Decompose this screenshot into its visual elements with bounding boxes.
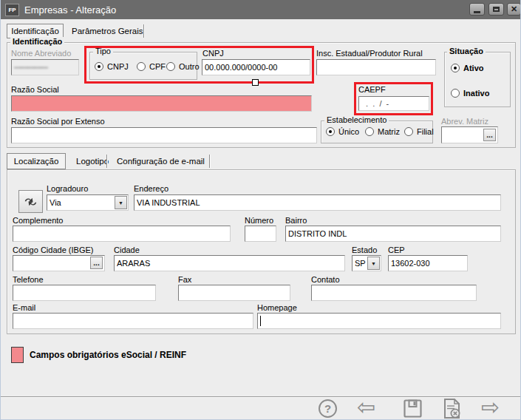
caepf-label: CAEPF xyxy=(358,85,386,94)
cep-label: CEP xyxy=(388,245,405,254)
fax-label: Fax xyxy=(178,275,191,284)
telefone-field[interactable] xyxy=(13,285,156,301)
bairro-field[interactable] xyxy=(285,226,501,242)
numero-label: Número xyxy=(245,216,273,225)
minimize-icon xyxy=(474,11,480,13)
razao-social-label: Razão Social xyxy=(11,85,59,94)
razao-social-field[interactable] xyxy=(11,95,312,112)
cep-field[interactable] xyxy=(388,255,468,271)
cep-lookup-button[interactable] xyxy=(18,190,43,213)
annotation-handle xyxy=(252,79,259,86)
tab-parametros-gerais[interactable]: Parâmetros Gerais xyxy=(72,24,143,38)
codigo-cidade-browse-button[interactable]: ... xyxy=(90,257,103,269)
cancel-record-button[interactable] xyxy=(443,398,461,419)
caepf-field[interactable]: . . / - xyxy=(358,96,429,111)
radio-label: CPF xyxy=(149,62,166,71)
legend-text: Campos obrigatórios eSocial / REINF xyxy=(30,350,186,360)
toolbar-separator xyxy=(1,396,521,397)
identificacao-group-title: Identificação xyxy=(10,37,64,46)
window-title: Empresas - Alteração xyxy=(24,4,116,16)
radio-label: Matriz xyxy=(378,127,400,136)
homepage-label: Homepage xyxy=(257,303,297,312)
numero-field[interactable] xyxy=(245,226,276,242)
estabelecimento-group-title: Estabelecimento xyxy=(324,115,389,124)
arrow-right-icon: ⇨ xyxy=(481,396,500,419)
radio-selected-icon xyxy=(95,62,103,71)
empresas-window: FP Empresas - Alteração ✕ Identificação … xyxy=(0,0,521,420)
complemento-label: Complemento xyxy=(13,216,63,225)
estado-dropdown-button[interactable]: ▼ xyxy=(367,257,380,270)
situacao-groupbox xyxy=(444,52,511,107)
estado-label: Estado xyxy=(352,245,377,254)
situacao-group-title: Situação xyxy=(447,47,486,55)
radio-tipo-outro[interactable]: Outro xyxy=(166,62,200,71)
abrev-matriz-browse-button[interactable]: ... xyxy=(483,129,496,141)
swap-arrows-icon xyxy=(24,195,38,209)
insc-estadual-label: Insc. Estadual/Produtor Rural xyxy=(316,49,423,58)
nome-abreviado-field[interactable]: ————— xyxy=(11,59,79,75)
razao-extenso-label: Razão Social por Extenso xyxy=(11,117,105,126)
cnpj-field[interactable] xyxy=(202,59,310,75)
cnpj-label: CNPJ xyxy=(202,49,224,58)
telefone-label: Telefone xyxy=(13,275,44,284)
save-button[interactable] xyxy=(403,399,423,419)
radio-tipo-cpf[interactable]: CPF xyxy=(137,62,166,71)
maximize-icon xyxy=(493,7,500,12)
codigo-cidade-label: Código Cidade (IBGE) xyxy=(13,245,93,254)
complemento-field[interactable] xyxy=(13,226,231,242)
subtab-config-email[interactable]: Configuração de e-mail xyxy=(117,155,205,168)
tab-identificacao[interactable]: Identificação xyxy=(7,24,64,38)
radio-icon xyxy=(166,62,175,71)
radio-situacao-ativo[interactable]: Ativo xyxy=(451,64,484,72)
razao-extenso-field[interactable] xyxy=(11,127,317,143)
radio-situacao-inativo[interactable]: Inativo xyxy=(451,89,489,98)
previous-record-button[interactable]: ⇦ xyxy=(357,396,375,419)
tipo-group-title: Tipo xyxy=(93,47,113,55)
email-field[interactable] xyxy=(13,313,253,329)
nome-abreviado-label: Nome Abreviado xyxy=(11,49,71,58)
document-cancel-icon xyxy=(443,398,461,419)
radio-icon xyxy=(365,127,374,136)
radio-label: CNPJ xyxy=(107,62,129,71)
radio-label: Ativo xyxy=(463,64,484,72)
tab-separator xyxy=(143,24,144,38)
radio-tipo-cnpj[interactable]: CNPJ xyxy=(95,62,129,71)
subtab-logotipo[interactable]: Logotipo xyxy=(76,155,109,168)
radio-selected-icon xyxy=(451,64,460,72)
cidade-label: Cidade xyxy=(114,245,140,254)
radio-icon xyxy=(404,127,413,136)
radio-selected-icon xyxy=(326,127,335,136)
radio-label: Outro xyxy=(179,62,200,71)
subtab-localizacao[interactable]: Localização xyxy=(7,153,66,169)
abrev-matriz-label: Abrev. Matriz xyxy=(441,117,488,126)
radio-estab-filial[interactable]: Filial xyxy=(404,127,434,136)
required-field-swatch xyxy=(11,347,24,363)
radio-estab-matriz[interactable]: Matriz xyxy=(365,127,400,136)
next-record-button[interactable]: ⇨ xyxy=(481,396,500,419)
subtab-separator xyxy=(106,155,107,168)
maximize-button[interactable] xyxy=(488,3,504,16)
arrow-left-icon: ⇦ xyxy=(357,396,375,419)
endereco-field[interactable] xyxy=(134,194,501,211)
fax-field[interactable] xyxy=(178,285,290,301)
help-button[interactable]: ? xyxy=(319,399,337,418)
homepage-field[interactable] xyxy=(257,313,501,329)
radio-label: Filial xyxy=(417,127,434,136)
radio-icon xyxy=(137,62,146,71)
contato-field[interactable] xyxy=(311,285,477,301)
radio-label: Inativo xyxy=(463,89,489,98)
logradouro-dropdown-button[interactable]: ▼ xyxy=(115,196,127,209)
close-button[interactable]: ✕ xyxy=(507,3,521,16)
logradouro-label: Logradouro xyxy=(47,184,88,193)
cidade-field[interactable] xyxy=(114,255,345,271)
minimize-button[interactable] xyxy=(469,3,485,16)
text-cursor xyxy=(260,316,261,326)
radio-label: Único xyxy=(338,127,359,136)
insc-estadual-field[interactable] xyxy=(316,59,436,75)
radio-estab-unico[interactable]: Único xyxy=(326,127,359,136)
subtab-separator xyxy=(209,155,210,168)
app-icon: FP xyxy=(5,4,19,16)
close-icon: ✕ xyxy=(511,5,517,13)
radio-icon xyxy=(451,89,460,98)
contato-label: Contato xyxy=(311,275,340,284)
